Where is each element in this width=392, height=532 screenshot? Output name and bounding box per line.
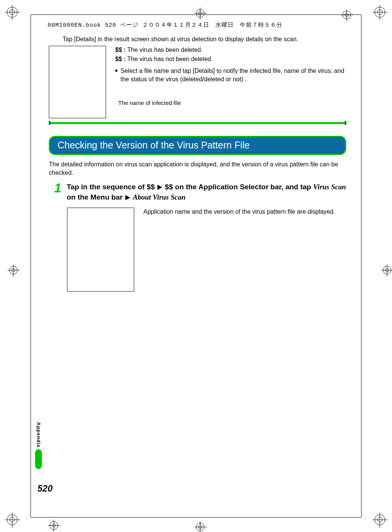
arrow-icon: ▶ <box>157 184 163 190</box>
thumb-tab: Appendix <box>35 422 42 469</box>
section-heading-text: Checking the Version of the Virus Patter… <box>58 140 250 150</box>
thumb-tab-pill <box>35 449 42 469</box>
registration-mark-icon <box>342 11 351 19</box>
body-text: The detailed information on virus scan a… <box>49 160 346 177</box>
definition-symbol: $$ : <box>115 47 126 53</box>
figure-caption: The name of infected file <box>118 99 346 107</box>
registration-mark-icon <box>7 514 18 525</box>
crop-line <box>31 15 31 517</box>
body-text: Tap [Details] in the result screen shown… <box>63 36 346 43</box>
arrow-icon: ▶ <box>125 194 131 200</box>
definition-line: $$ : The virus has not been deleted. <box>115 55 346 63</box>
definition-text: The virus has been deleted. <box>127 47 202 53</box>
registration-mark-icon <box>196 9 204 18</box>
screenshot-placeholder <box>49 46 106 118</box>
page-number: 520 <box>37 483 53 494</box>
doc-header: 00M1000EN.book 520 ページ ２００４年１１月２４日 水曜日 午… <box>48 21 283 29</box>
thumb-tab-label: Appendix <box>36 422 42 448</box>
registration-mark-icon <box>374 7 385 18</box>
registration-mark-icon <box>383 266 391 274</box>
crop-line <box>31 517 361 517</box>
registration-mark-icon <box>196 523 204 531</box>
step-number: 1 <box>54 181 61 202</box>
section-heading: Checking the Version of the Virus Patter… <box>49 136 346 155</box>
step-item: 1 Tap in the sequence of $$ ▶ $$ on the … <box>54 182 346 202</box>
definition-line: $$ : The virus has been deleted. <box>115 46 346 54</box>
crop-line <box>31 15 361 15</box>
registration-mark-icon <box>374 514 385 525</box>
section-divider <box>49 122 346 124</box>
bullet-text: Select a file name and tap [Details] to … <box>120 67 346 83</box>
registration-mark-icon <box>7 7 18 18</box>
registration-mark-icon <box>9 266 18 274</box>
bullet-item: Select a file name and tap [Details] to … <box>115 67 346 83</box>
body-text: Application name and the version of the … <box>143 208 335 292</box>
definition-symbol: $$ : <box>115 56 126 62</box>
registration-mark-icon <box>50 521 58 530</box>
step-instruction: Tap in the sequence of $$ ▶ $$ on the Ap… <box>67 182 346 202</box>
bullet-dot-icon <box>115 69 117 72</box>
screenshot-placeholder <box>67 208 134 292</box>
crop-line <box>361 15 361 517</box>
definition-text: The virus has not been deleted. <box>127 56 213 62</box>
